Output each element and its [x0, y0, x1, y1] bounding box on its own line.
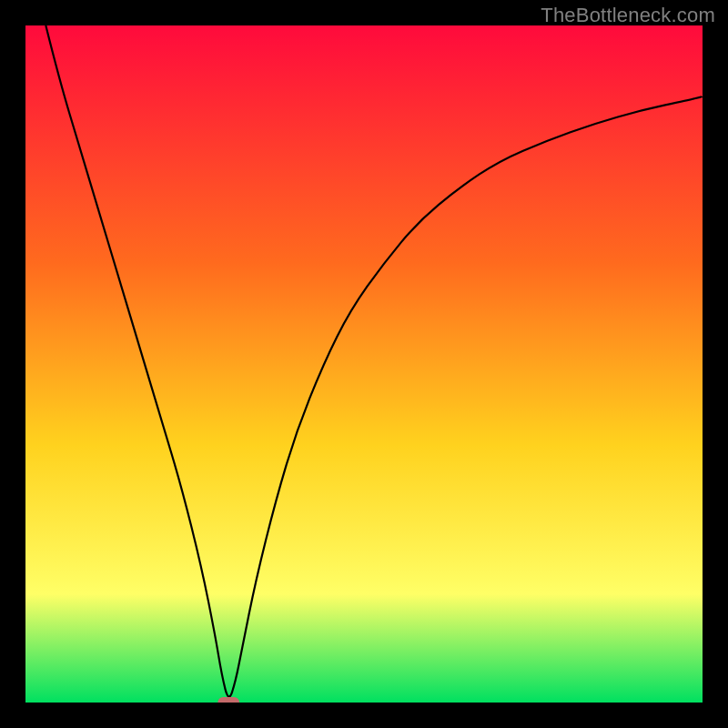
- minimum-marker: [217, 697, 239, 703]
- bottleneck-chart: [25, 25, 703, 703]
- chart-area: [25, 25, 703, 703]
- gradient-background: [25, 25, 703, 703]
- watermark-text: TheBottleneck.com: [541, 4, 715, 27]
